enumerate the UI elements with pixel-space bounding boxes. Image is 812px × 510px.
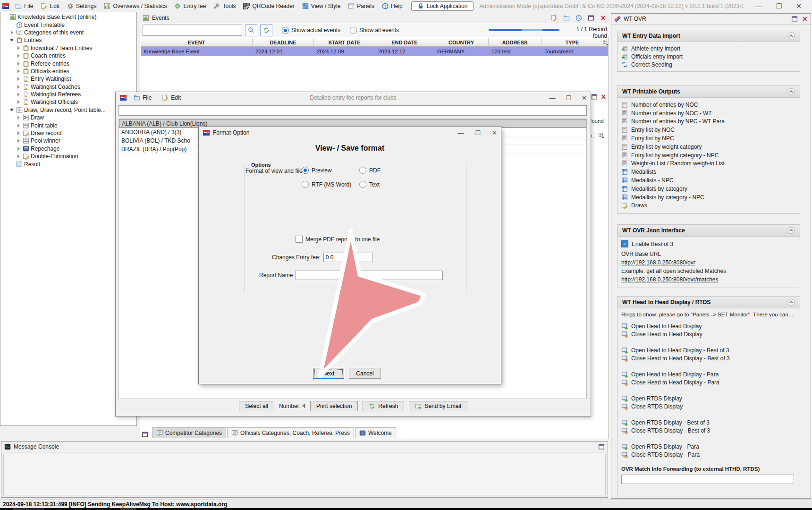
menu-item-tools[interactable]: Tools (210, 2, 239, 10)
column-header-country[interactable]: COUNTRY (434, 38, 489, 47)
collapse-chevron-icon[interactable] (787, 32, 795, 40)
column-header-address[interactable]: ADDRESS (489, 38, 541, 47)
action-close-head-to-head-display-best-of-3[interactable]: Close Head to Head Display - Best of 3 (617, 354, 800, 362)
entry-fee-filter-input[interactable] (118, 105, 587, 116)
collapsed-arrow-icon[interactable] (16, 77, 21, 81)
action-close-head-to-head-display[interactable]: Close Head to Head Display (617, 330, 800, 338)
column-header-start-date[interactable]: START DATE (314, 38, 375, 47)
action-open-rtds-display-para[interactable]: Open RTDS Display - Para (617, 442, 800, 450)
window-minimize-button[interactable]: — (755, 2, 762, 10)
ovr-matches-url-link[interactable]: http://192.168.0.250:8080/ovr/matches (621, 276, 796, 283)
events-clock-icon[interactable] (575, 15, 582, 21)
covered-close-icon[interactable]: × (601, 94, 607, 101)
menu-item-qrcode-reader[interactable]: QRCode Reader (239, 2, 298, 10)
action-open-rtds-display[interactable]: Open RTDS Display (617, 394, 800, 402)
action-open-rtds-display-best-of-3[interactable]: Open RTDS Display - Best of 3 (617, 418, 800, 426)
tab-competitor-categories[interactable]: Competitor Categories (152, 427, 226, 438)
collapsed-arrow-icon[interactable] (16, 85, 21, 89)
output-medallists[interactable]: Medallists (617, 168, 800, 176)
menu-item-overviews-statistics[interactable]: Overviews / Statistics (100, 2, 170, 10)
tree-item-categories-of-this-event[interactable]: Categories of this event (0, 29, 136, 36)
next-button[interactable]: Next (313, 368, 344, 379)
entry-fee-maximize-button[interactable]: ☐ (566, 95, 571, 101)
menu-item-entry-fee[interactable]: Entry fee (170, 2, 210, 10)
output-medallists-by-category-npc[interactable]: Medallists by category - NPC (617, 193, 800, 202)
collapsed-arrow-icon[interactable] (16, 54, 21, 58)
window-restore-button[interactable]: ❐ (776, 2, 782, 10)
ovr-forwarding-input[interactable] (621, 475, 794, 484)
menu-item-settings[interactable]: Settings (63, 2, 100, 10)
collapsed-arrow-icon[interactable] (16, 100, 21, 104)
entry-fee-menu-edit[interactable]: Edit (158, 94, 185, 102)
events-search-input[interactable] (143, 25, 242, 36)
console-maximize-icon[interactable] (598, 443, 605, 450)
menu-item-help[interactable]: ?Help (378, 2, 406, 10)
select-all-button[interactable]: Select all (239, 401, 274, 411)
collapsed-arrow-icon[interactable] (16, 46, 21, 50)
output-number-of-entries-by-npc-wt-para[interactable]: Number of entries by NPC - WT Para (617, 118, 800, 126)
tabbar-window-icon[interactable] (142, 431, 148, 438)
send-by-email-button[interactable]: Send by Email (409, 401, 467, 411)
events-search-button[interactable] (245, 24, 257, 36)
collapsed-arrow-icon[interactable] (16, 147, 21, 151)
expanded-arrow-icon[interactable] (9, 39, 15, 42)
output-medallists-npc[interactable]: Medallists - NPC (617, 176, 800, 185)
radio-rtf[interactable]: RTF (MS Word) (302, 181, 351, 188)
events-refresh-button[interactable] (260, 24, 272, 36)
collapsed-arrow-icon[interactable] (16, 131, 21, 135)
enable-best-of-3-checkbox[interactable]: ✓ Enable Best of 3 (621, 240, 796, 247)
changes-entry-fee-input[interactable] (323, 253, 373, 262)
column-header-type[interactable]: TYPE (541, 38, 603, 47)
tree-item-referee-entries[interactable]: Referee entries (0, 60, 136, 67)
dialog-maximize-button[interactable]: ☐ (475, 130, 481, 136)
entry-fee-minimize-button[interactable]: — (549, 95, 555, 101)
collapsed-arrow-icon[interactable] (9, 31, 15, 34)
ovr-base-url-link[interactable]: http://192.168.0.250:8080/ovr (621, 259, 796, 266)
action-close-rtds-display[interactable]: Close RTDS Display (617, 402, 800, 410)
collapsed-arrow-icon[interactable] (16, 154, 21, 158)
dialog-close-button[interactable]: ✕ (492, 130, 497, 136)
output-number-of-entries-by-noc[interactable]: Number of entries by NOC (617, 101, 800, 109)
merge-pdf-checkbox[interactable]: Merge PDF reports to one file (296, 236, 380, 243)
action-open-head-to-head-display-para[interactable]: Open Head to Head Display - Para (617, 370, 800, 378)
collapsed-arrow-icon[interactable] (16, 124, 21, 128)
radio-show-all-events[interactable]: Show all events (350, 27, 399, 34)
ovr-maximize-icon[interactable] (791, 16, 798, 22)
collapsed-arrow-icon[interactable] (16, 62, 21, 66)
menu-item-file[interactable]: File (11, 2, 37, 10)
action-correct-seeding[interactable]: Correct Seeding (617, 60, 800, 68)
tree-item-entries[interactable]: Entries (0, 36, 136, 44)
menu-item-view-style[interactable]: View / Style (298, 2, 344, 10)
output-entry-list-by-weight-category[interactable]: Entry list by weight category (617, 143, 800, 151)
tree-item-entry-waitinglist[interactable]: Entry Waitinglist (0, 75, 136, 83)
filter-icon[interactable] (598, 132, 605, 139)
action-officials-entry-import[interactable]: Officials entry import (617, 52, 800, 60)
action-athlete-entry-import[interactable]: Athlete entry import (617, 44, 800, 52)
column-header-end-date[interactable]: END DATE (375, 38, 434, 47)
action-close-head-to-head-display-para[interactable]: Close Head to Head Display - Para (617, 378, 800, 386)
output-number-of-entries-by-noc-wt[interactable]: Number of entries by NOC - WT (617, 109, 800, 118)
action-close-rtds-display-para[interactable]: Close RTDS Display - Para (617, 450, 800, 459)
report-name-input[interactable] (296, 271, 443, 280)
collapsed-arrow-icon[interactable] (16, 93, 21, 96)
events-edit-icon[interactable] (551, 15, 558, 21)
collapsed-arrow-icon[interactable] (16, 139, 21, 143)
tree-item-event-timetable[interactable]: Event Timetable (0, 21, 136, 28)
collapsed-arrow-icon[interactable] (16, 69, 21, 73)
tab-welcome[interactable]: Welcome (355, 427, 396, 438)
action-open-head-to-head-display-best-of-3[interactable]: Open Head to Head Display - Best of 3 (617, 346, 800, 354)
print-selection-button[interactable]: Print selection (310, 401, 358, 411)
output-weight-in-list-random-weigh-in-list[interactable]: Weight-in List / Random weigh-in List (617, 160, 800, 168)
tree-item-knowledge-base-event-online[interactable]: Knowledge Base Event (online) (0, 13, 136, 21)
output-entry-list-by-noc[interactable]: Entry list by NOC (617, 126, 800, 134)
events-open-folder-icon[interactable] (563, 15, 570, 21)
dialog-minimize-button[interactable]: — (457, 130, 464, 136)
output-entry-list-by-weight-category-npc[interactable]: Entry list by weight category - NPC (617, 151, 800, 160)
covered-maximize-icon[interactable] (591, 94, 598, 100)
collapse-chevron-icon[interactable] (787, 227, 795, 234)
radio-pdf[interactable]: P​DF (359, 167, 381, 174)
output-entry-list-by-npc[interactable]: Entry list by NPC (617, 134, 800, 143)
column-filter-button[interactable] (603, 38, 608, 47)
radio-text[interactable]: Text (359, 181, 380, 188)
menu-item-panels[interactable]: Panels (344, 2, 378, 10)
